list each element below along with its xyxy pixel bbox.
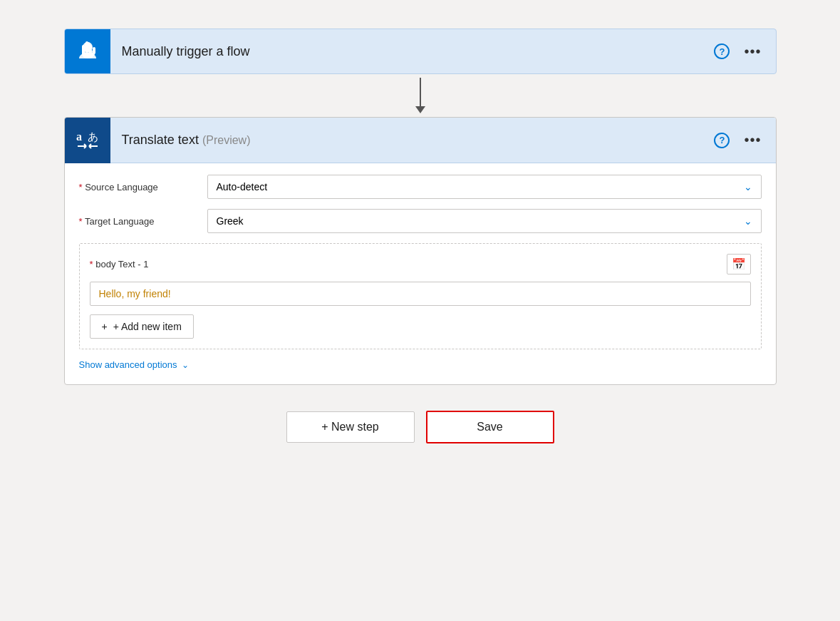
source-language-value: Auto-detect [217, 181, 268, 193]
arrow-head [415, 106, 425, 113]
target-language-value: Greek [217, 215, 244, 227]
svg-rect-2 [85, 41, 88, 53]
action-title: Translate text (Preview) [110, 133, 712, 148]
body-text-header: * body Text - 1 📅 [90, 254, 751, 274]
body-text-section: * body Text - 1 📅 + + Add new item [79, 243, 762, 349]
bottom-actions: + New step Save [286, 411, 554, 443]
more-dots-icon: ••• [744, 43, 761, 60]
flow-canvas: Manually trigger a flow ? ••• a [64, 29, 777, 443]
action-card-header: a あ Translate text (Preview) ? ••• [65, 118, 776, 163]
action-card-actions: ? ••• [711, 129, 775, 151]
svg-text:a: a [76, 130, 82, 143]
save-button[interactable]: Save [426, 411, 554, 443]
add-new-item-button[interactable]: + + Add new item [90, 314, 194, 339]
calendar-icon-button[interactable]: 📅 [727, 254, 751, 274]
touch-icon [75, 39, 100, 64]
show-advanced-options[interactable]: Show advanced options ⌄ [79, 359, 762, 370]
target-required-star: * [79, 216, 83, 227]
action-title-text: Translate text [122, 133, 199, 147]
new-step-button[interactable]: + New step [286, 411, 415, 443]
body-text-label-text: body Text - 1 [95, 259, 148, 270]
flow-connector [415, 74, 425, 117]
action-card: a あ Translate text (Preview) ? ••• [64, 117, 777, 385]
add-item-label: + Add new item [113, 321, 182, 332]
save-label: Save [477, 421, 502, 433]
source-language-dropdown[interactable]: Auto-detect ⌄ [207, 175, 762, 199]
source-language-label: * Source Language [79, 182, 207, 193]
translate-icon-container: a あ [65, 118, 110, 163]
body-text-input[interactable] [90, 282, 751, 306]
trigger-card: Manually trigger a flow ? ••• [64, 29, 777, 74]
target-language-dropdown[interactable]: Greek ⌄ [207, 209, 762, 233]
show-advanced-chevron-icon: ⌄ [182, 360, 189, 370]
help-circle-icon: ? [714, 43, 730, 59]
new-step-label: + New step [321, 421, 378, 433]
trigger-icon-container [65, 29, 110, 74]
trigger-actions: ? ••• [711, 41, 775, 63]
trigger-title: Manually trigger a flow [110, 44, 712, 59]
source-required-star: * [79, 182, 83, 193]
source-language-row: * Source Language Auto-detect ⌄ [79, 175, 762, 199]
translate-action-icon: a あ [72, 125, 103, 156]
action-help-button[interactable]: ? [711, 130, 732, 151]
target-language-row: * Target Language Greek ⌄ [79, 209, 762, 233]
action-more-dots-icon: ••• [744, 132, 761, 148]
show-advanced-label: Show advanced options [79, 359, 177, 370]
preview-badge: (Preview) [202, 134, 251, 146]
action-help-circle-icon: ? [714, 133, 730, 148]
action-more-button[interactable]: ••• [741, 129, 764, 151]
trigger-help-button[interactable]: ? [711, 41, 732, 62]
calendar-icon: 📅 [732, 257, 746, 271]
plus-icon: + [102, 321, 108, 332]
body-text-label: * body Text - 1 [90, 259, 149, 270]
target-language-label: * Target Language [79, 216, 207, 227]
source-chevron-icon: ⌄ [744, 181, 752, 193]
svg-text:あ: あ [88, 130, 98, 143]
arrow-line [420, 78, 421, 106]
body-required-star: * [90, 259, 93, 270]
trigger-more-button[interactable]: ••• [741, 41, 764, 63]
target-chevron-icon: ⌄ [744, 215, 752, 227]
action-form: * Source Language Auto-detect ⌄ * Target… [65, 163, 776, 384]
